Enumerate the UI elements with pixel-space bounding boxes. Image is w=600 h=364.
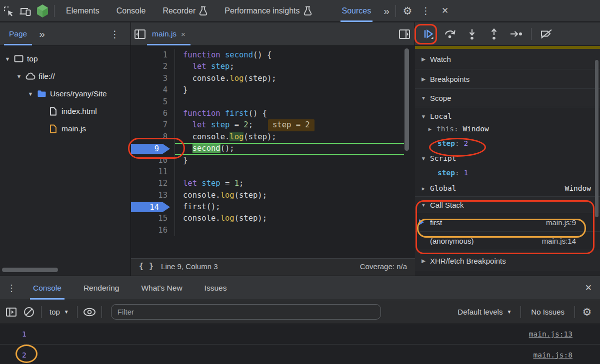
gutter-line-8[interactable]: 8: [131, 131, 175, 143]
code-text-line-1[interactable]: function second() {: [175, 49, 404, 61]
gutter-line-10[interactable]: 10: [131, 155, 175, 166]
code-text-line-4[interactable]: }: [175, 84, 404, 96]
scope-this[interactable]: ▶ this: Window: [415, 122, 600, 136]
navigator-horizontal-scrollbar[interactable]: [2, 268, 58, 272]
issues-counter[interactable]: No Issues: [524, 308, 572, 316]
drawer-tab-rendering[interactable]: Rendering: [72, 276, 130, 300]
breakpoint-marker-line-14[interactable]: 14: [131, 202, 170, 213]
console-source-link[interactable]: main.js:8: [533, 351, 572, 359]
code-text-line-10[interactable]: }: [175, 155, 404, 166]
deactivate-breakpoints-button[interactable]: [536, 24, 556, 43]
scope-global[interactable]: ▶ Global Window: [415, 180, 600, 196]
toggle-navigator-panel-icon[interactable]: [134, 29, 146, 39]
scope-local-step[interactable]: step: 2: [415, 136, 600, 151]
tab-page[interactable]: Page: [7, 22, 29, 45]
tree-item-users-ryany-site[interactable]: ▼Users/ryany/Site: [0, 85, 130, 102]
code-text-line-2[interactable]: let step;: [175, 61, 404, 72]
scope-script-step[interactable]: step: 1: [415, 165, 600, 180]
execution-pointer-line-9[interactable]: 9: [131, 144, 170, 154]
code-text-line-5[interactable]: [175, 96, 404, 108]
section-call-stack[interactable]: ▼ Call Stack: [415, 196, 600, 213]
toggle-debugger-panel-icon[interactable]: [398, 29, 410, 39]
step-button[interactable]: [506, 24, 526, 43]
drawer-menu-kebab-icon[interactable]: ⋮: [0, 283, 22, 294]
console-settings-gear-icon[interactable]: ⚙: [578, 303, 596, 321]
clear-console-icon[interactable]: [20, 303, 38, 321]
gutter-line-3[interactable]: 3: [131, 73, 175, 84]
device-toolbar-icon[interactable]: [17, 2, 34, 19]
gutter-line-15[interactable]: 15: [131, 213, 175, 224]
live-expression-eye-icon[interactable]: [80, 303, 98, 321]
tree-item-main-js[interactable]: main.js: [0, 120, 130, 137]
frame-location-link[interactable]: main.js:9: [546, 218, 600, 227]
gutter-line-12[interactable]: 12: [131, 178, 175, 189]
settings-gear-icon[interactable]: ⚙: [399, 2, 416, 19]
gutter-line-1[interactable]: 1: [131, 49, 175, 61]
console-filter-input[interactable]: [111, 304, 381, 320]
gutter-line-13[interactable]: 13: [131, 190, 175, 201]
tree-item-top[interactable]: ▼top: [0, 50, 130, 67]
console-source-link[interactable]: main.js:13: [529, 330, 572, 338]
drawer-tab-whats-new[interactable]: What's New: [130, 276, 193, 300]
gutter-line-7[interactable]: 7: [131, 119, 175, 131]
console-sidebar-toggle-icon[interactable]: [2, 303, 20, 321]
node-icon[interactable]: [34, 2, 51, 19]
default-levels-dropdown[interactable]: Default levels ▼: [452, 308, 518, 316]
tab-console[interactable]: Console: [108, 0, 154, 22]
code-text-line-16[interactable]: [175, 225, 404, 236]
pretty-print-icon[interactable]: { }: [139, 262, 154, 271]
section-xhr-breakpoints[interactable]: ▶ XHR/fetch Breakpoints: [415, 250, 600, 271]
gutter-line-9[interactable]: 9: [131, 143, 175, 154]
drawer-tab-issues[interactable]: Issues: [194, 276, 238, 300]
context-selector[interactable]: top ▼: [44, 308, 74, 316]
call-stack-frame-first[interactable]: firstmain.js:9: [415, 213, 600, 232]
section-watch[interactable]: ▶ Watch: [415, 49, 600, 69]
frame-location-link[interactable]: main.js:14: [542, 237, 600, 245]
code-text-line-12[interactable]: let step = 1;: [175, 178, 404, 189]
editor-vertical-scrollbar[interactable]: [404, 48, 409, 151]
tab-performance-insights[interactable]: Performance insights: [216, 0, 320, 22]
close-drawer-icon[interactable]: ✕: [577, 283, 600, 293]
close-devtools-icon[interactable]: ✕: [436, 5, 454, 16]
step-out-button[interactable]: [484, 24, 504, 43]
code-text-line-3[interactable]: console.log(step);: [175, 73, 404, 84]
scope-script[interactable]: ▼ Script: [415, 151, 600, 165]
code-text-line-14[interactable]: first();: [175, 201, 404, 213]
more-tabs-icon[interactable]: »: [380, 5, 392, 17]
step-into-button[interactable]: [462, 24, 482, 43]
code-text-line-9[interactable]: second();: [175, 143, 404, 154]
gutter-line-2[interactable]: 2: [131, 61, 175, 72]
gutter-line-5[interactable]: 5: [131, 96, 175, 108]
step-over-button[interactable]: [440, 24, 460, 43]
code-text-line-7[interactable]: let step = 2;step = 2: [175, 119, 404, 131]
more-navigator-tabs-icon[interactable]: »: [35, 28, 48, 40]
resume-script-button[interactable]: [418, 24, 438, 43]
tab-recorder[interactable]: Recorder: [154, 0, 216, 22]
editor-tab-mainjs[interactable]: main.js ×: [145, 22, 192, 45]
debugger-sidebar-scrollbar[interactable]: [595, 60, 598, 217]
inspect-element-icon[interactable]: [0, 2, 17, 19]
navigator-menu-kebab-icon[interactable]: ⋮: [105, 28, 124, 40]
tree-item-index-html[interactable]: index.html: [0, 102, 130, 120]
gutter-line-14[interactable]: 14: [131, 201, 175, 213]
code-text-line-15[interactable]: console.log(step);: [175, 213, 404, 224]
gutter-line-6[interactable]: 6: [131, 108, 175, 119]
code-text-line-11[interactable]: [175, 166, 404, 178]
code-text-line-6[interactable]: function first() {: [175, 108, 404, 119]
close-tab-icon[interactable]: ×: [181, 30, 186, 38]
tab-elements[interactable]: Elements: [58, 0, 108, 22]
tree-item-file-[interactable]: ▼file://: [0, 67, 130, 85]
code-text-line-8[interactable]: console.log(step);: [175, 131, 404, 143]
section-breakpoints[interactable]: ▶ Breakpoints: [415, 69, 600, 89]
main-menu-kebab-icon[interactable]: ⋮: [416, 5, 436, 16]
code-text-line-13[interactable]: console.log(step);: [175, 190, 404, 201]
drawer-tab-console[interactable]: Console: [22, 276, 72, 300]
tab-sources[interactable]: Sources: [334, 0, 380, 22]
scope-local[interactable]: ▼ Local: [415, 107, 600, 122]
section-scope[interactable]: ▼ Scope: [415, 89, 600, 107]
gutter-line-16[interactable]: 16: [131, 225, 175, 236]
chevron-down-icon: ▼: [420, 202, 427, 208]
gutter-line-11[interactable]: 11: [131, 166, 175, 178]
call-stack-frame--anonymous-[interactable]: (anonymous)main.js:14: [415, 232, 600, 250]
gutter-line-4[interactable]: 4: [131, 84, 175, 96]
